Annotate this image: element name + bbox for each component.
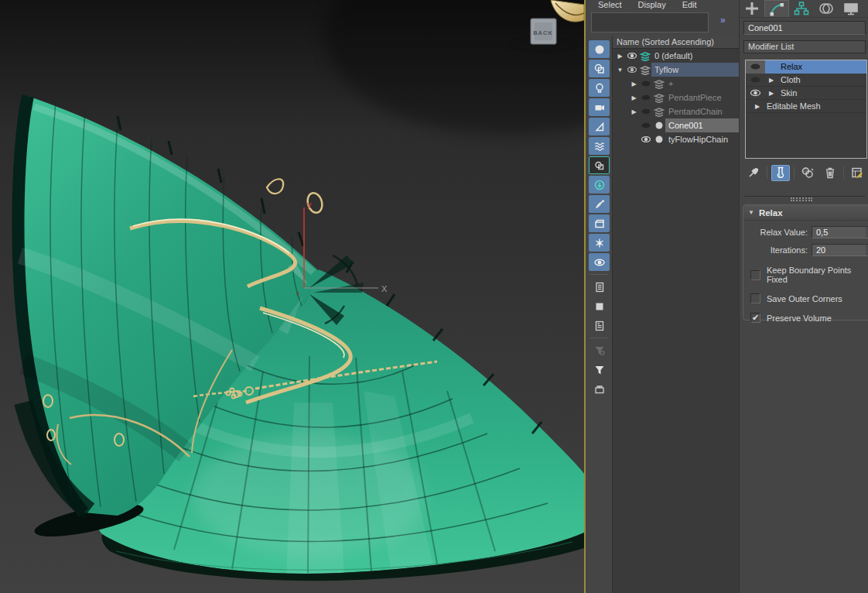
tree-row-label[interactable]: PendantPiece [665,91,739,105]
iterations-field[interactable]: 20 ▲▼ [812,244,868,256]
remove-modifier-icon[interactable] [821,165,839,181]
tree-row[interactable]: tyFlowHipChain [613,132,739,146]
display-particles-icon[interactable] [589,234,610,252]
modifier-eye-off-icon[interactable] [746,60,765,74]
list-view-icon[interactable] [589,278,610,296]
scene-explorer-menubar: Select Display Edit [598,0,697,10]
rollout-collapse-icon[interactable]: ▼ [748,209,754,216]
viewport-canvas[interactable]: y X z BACK [0,0,584,593]
tree-row-label[interactable]: 0 (default) [651,49,739,63]
display-helpers-icon[interactable] [589,118,610,135]
tree-row-label[interactable]: PentandChain [665,105,739,118]
new-container-icon[interactable] [589,380,610,398]
filter-settings-icon[interactable] [589,341,610,359]
layers-icon [638,65,651,75]
search-input[interactable] [592,13,708,32]
display-cameras-icon[interactable] [589,98,610,116]
save-outer-corners-checkbox[interactable] [750,293,760,303]
display-groups-icon[interactable] [589,156,610,174]
splitter-grip-icon[interactable] [791,197,812,201]
expand-chevron-icon[interactable]: » [720,15,725,26]
tab-hierarchy-icon[interactable] [789,0,814,17]
modifier-label[interactable]: Editable Mesh [764,100,866,113]
modifier-stack-row[interactable]: ▶ Cloth [746,74,866,87]
eye-hidden-icon[interactable] [639,80,652,87]
layers-teal-icon [638,51,651,61]
show-end-result-icon[interactable] [771,165,790,181]
expand-arrow-icon[interactable]: ▶ [629,108,639,115]
preserve-volume-label: Preserve Volume [767,314,832,323]
make-unique-icon[interactable] [798,165,817,181]
expand-arrow-icon[interactable]: ▶ [751,103,764,110]
iterations-label: Iterations: [743,245,812,255]
tab-motion-icon[interactable] [814,0,839,17]
keep-boundary-points-checkbox[interactable] [750,270,760,280]
display-shapes-icon[interactable] [589,60,610,77]
pin-stack-icon[interactable] [744,165,763,181]
display-containers-icon[interactable] [589,214,610,232]
display-bones-icon[interactable] [589,195,610,213]
tree-row[interactable]: ▼ Tyflow [613,63,739,77]
expand-arrow-icon[interactable]: ▶ [615,53,625,60]
tree-row-label[interactable]: + [665,77,739,91]
scene-explorer-panel: Select Display Edit » [587,0,739,593]
display-geometry-icon[interactable] [589,40,610,58]
relax-value-field[interactable]: 0,5 ▲▼ [812,226,868,238]
tree-row[interactable]: ▶ 0 (default) [613,49,739,63]
eye-hidden-icon[interactable] [639,94,652,101]
modifier-label[interactable]: Cloth [777,74,866,87]
menu-display[interactable]: Display [638,0,666,10]
modifier-stack-row[interactable]: Relax [746,60,866,74]
rollout-header[interactable]: ▼ Relax [743,205,868,221]
relax-value-row: Relax Value: 0,5 ▲▼ [743,225,868,238]
modifier-label[interactable]: Relax [765,60,866,74]
tree-row[interactable]: Cone001 [613,118,739,132]
viewport[interactable]: y X z BACK [0,0,586,593]
preserve-volume-checkbox[interactable]: ✔ [750,313,760,323]
modifier-stack: Relax ▶ Cloth ▶ Skin ▶ Editable Mesh [745,60,867,159]
tree-row[interactable]: ▶ + [613,77,739,91]
show-all-icon[interactable] [589,253,610,271]
eye-hidden-icon[interactable] [639,108,652,115]
panel-splitter[interactable] [744,196,865,201]
collapse-arrow-icon[interactable]: ▼ [615,67,625,74]
display-spacewarps-icon[interactable] [589,137,610,155]
tab-modify-icon[interactable] [764,0,789,17]
display-xrefs-icon[interactable] [589,176,610,194]
tree-row[interactable]: ▶ PentandChain [613,105,739,118]
object-name-field[interactable]: Cone001 [743,21,866,35]
filter-icon[interactable] [589,361,610,379]
expand-arrow-icon[interactable]: ▶ [765,77,777,84]
tab-create-icon[interactable] [740,0,764,17]
eye-visible-icon[interactable] [625,52,638,60]
viewcube-back-face[interactable]: BACK [533,29,553,36]
menu-edit[interactable]: Edit [682,0,697,10]
tree-row-label[interactable]: Tyflow [651,63,739,77]
modifier-stack-row[interactable]: ▶ Editable Mesh [746,100,866,113]
expand-arrow-icon[interactable]: ▶ [629,94,639,101]
modifier-list-dropdown[interactable]: Modifier List [743,40,866,53]
select-none-icon[interactable] [589,297,610,315]
expand-arrow-icon[interactable]: ▶ [765,90,777,97]
modifier-eye-on-icon[interactable] [746,87,765,100]
display-lights-icon[interactable] [589,79,610,97]
layer-view-icon[interactable] [589,317,610,334]
tree-row-label[interactable]: tyFlowHipChain [665,132,739,146]
tree-row-label[interactable]: Cone001 [665,118,739,132]
tree-sort-header[interactable]: Name (Sorted Ascending) [613,36,739,49]
axis-y-label: y [307,200,312,209]
menu-select[interactable]: Select [598,0,622,10]
eye-visible-icon[interactable] [639,135,652,143]
modifier-label[interactable]: Skin [777,87,866,100]
modifier-stack-row[interactable]: ▶ Skin [746,87,866,100]
modifier-eye-off-icon[interactable] [746,74,765,87]
tab-display-icon[interactable] [839,0,863,17]
object-icon [652,135,665,144]
tree-row[interactable]: ▶ PendantPiece [613,91,739,105]
eye-visible-icon[interactable] [625,66,638,74]
scene-explorer-search[interactable] [591,12,709,33]
configure-modifier-sets-icon[interactable] [848,165,866,181]
expand-arrow-icon[interactable]: ▶ [629,81,639,87]
eye-hidden-icon[interactable] [639,122,652,129]
layers-icon [652,93,665,103]
